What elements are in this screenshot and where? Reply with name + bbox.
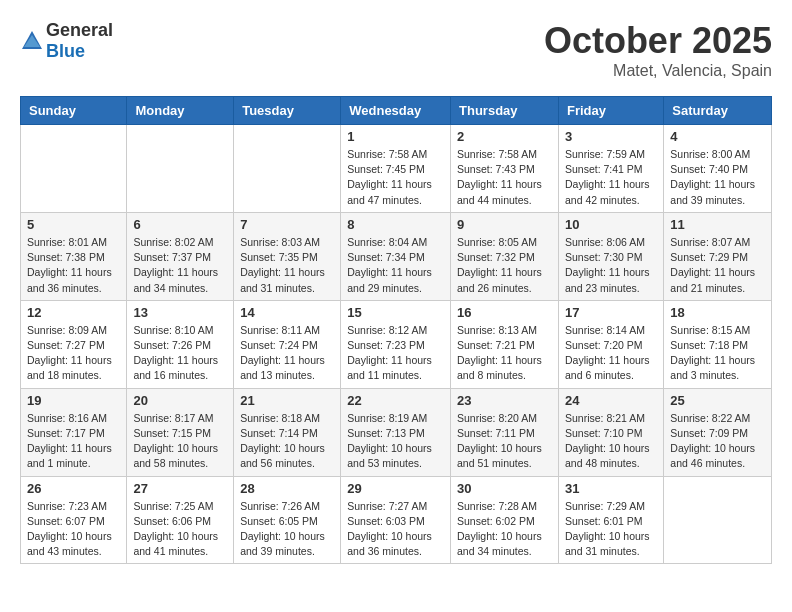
day-number: 19 xyxy=(27,393,120,408)
weekday-label: Thursday xyxy=(451,97,559,125)
logo: General Blue xyxy=(20,20,113,62)
day-number: 24 xyxy=(565,393,657,408)
day-number: 10 xyxy=(565,217,657,232)
calendar-day-cell: 17Sunrise: 8:14 AM Sunset: 7:20 PM Dayli… xyxy=(558,300,663,388)
day-number: 17 xyxy=(565,305,657,320)
day-info: Sunrise: 8:22 AM Sunset: 7:09 PM Dayligh… xyxy=(670,411,765,472)
day-info: Sunrise: 8:19 AM Sunset: 7:13 PM Dayligh… xyxy=(347,411,444,472)
day-number: 20 xyxy=(133,393,227,408)
day-number: 18 xyxy=(670,305,765,320)
calendar-day-cell: 6Sunrise: 8:02 AM Sunset: 7:37 PM Daylig… xyxy=(127,212,234,300)
calendar-day-cell: 31Sunrise: 7:29 AM Sunset: 6:01 PM Dayli… xyxy=(558,476,663,564)
day-info: Sunrise: 8:07 AM Sunset: 7:29 PM Dayligh… xyxy=(670,235,765,296)
calendar-day-cell: 29Sunrise: 7:27 AM Sunset: 6:03 PM Dayli… xyxy=(341,476,451,564)
day-info: Sunrise: 8:17 AM Sunset: 7:15 PM Dayligh… xyxy=(133,411,227,472)
day-info: Sunrise: 8:03 AM Sunset: 7:35 PM Dayligh… xyxy=(240,235,334,296)
day-info: Sunrise: 8:06 AM Sunset: 7:30 PM Dayligh… xyxy=(565,235,657,296)
day-info: Sunrise: 7:28 AM Sunset: 6:02 PM Dayligh… xyxy=(457,499,552,560)
page-header: General Blue October 2025 Matet, Valenci… xyxy=(20,20,772,80)
calendar-day-cell: 7Sunrise: 8:03 AM Sunset: 7:35 PM Daylig… xyxy=(234,212,341,300)
day-number: 14 xyxy=(240,305,334,320)
calendar-day-cell: 13Sunrise: 8:10 AM Sunset: 7:26 PM Dayli… xyxy=(127,300,234,388)
day-info: Sunrise: 8:00 AM Sunset: 7:40 PM Dayligh… xyxy=(670,147,765,208)
calendar-day-cell: 18Sunrise: 8:15 AM Sunset: 7:18 PM Dayli… xyxy=(664,300,772,388)
calendar-day-cell: 12Sunrise: 8:09 AM Sunset: 7:27 PM Dayli… xyxy=(21,300,127,388)
calendar-body: 1Sunrise: 7:58 AM Sunset: 7:45 PM Daylig… xyxy=(21,125,772,564)
day-info: Sunrise: 8:15 AM Sunset: 7:18 PM Dayligh… xyxy=(670,323,765,384)
calendar-week-row: 5Sunrise: 8:01 AM Sunset: 7:38 PM Daylig… xyxy=(21,212,772,300)
day-number: 9 xyxy=(457,217,552,232)
day-info: Sunrise: 7:23 AM Sunset: 6:07 PM Dayligh… xyxy=(27,499,120,560)
calendar-day-cell: 24Sunrise: 8:21 AM Sunset: 7:10 PM Dayli… xyxy=(558,388,663,476)
day-number: 1 xyxy=(347,129,444,144)
weekday-label: Tuesday xyxy=(234,97,341,125)
day-number: 22 xyxy=(347,393,444,408)
calendar-day-cell: 30Sunrise: 7:28 AM Sunset: 6:02 PM Dayli… xyxy=(451,476,559,564)
calendar-day-cell xyxy=(127,125,234,213)
day-info: Sunrise: 8:10 AM Sunset: 7:26 PM Dayligh… xyxy=(133,323,227,384)
calendar-day-cell: 2Sunrise: 7:58 AM Sunset: 7:43 PM Daylig… xyxy=(451,125,559,213)
day-info: Sunrise: 7:27 AM Sunset: 6:03 PM Dayligh… xyxy=(347,499,444,560)
calendar-day-cell: 26Sunrise: 7:23 AM Sunset: 6:07 PM Dayli… xyxy=(21,476,127,564)
calendar-day-cell: 25Sunrise: 8:22 AM Sunset: 7:09 PM Dayli… xyxy=(664,388,772,476)
logo-blue: Blue xyxy=(46,41,85,61)
day-number: 2 xyxy=(457,129,552,144)
day-info: Sunrise: 7:58 AM Sunset: 7:45 PM Dayligh… xyxy=(347,147,444,208)
calendar-day-cell: 23Sunrise: 8:20 AM Sunset: 7:11 PM Dayli… xyxy=(451,388,559,476)
day-info: Sunrise: 8:21 AM Sunset: 7:10 PM Dayligh… xyxy=(565,411,657,472)
day-info: Sunrise: 8:01 AM Sunset: 7:38 PM Dayligh… xyxy=(27,235,120,296)
day-number: 25 xyxy=(670,393,765,408)
day-number: 12 xyxy=(27,305,120,320)
weekday-label: Monday xyxy=(127,97,234,125)
weekday-header-row: SundayMondayTuesdayWednesdayThursdayFrid… xyxy=(21,97,772,125)
calendar-day-cell xyxy=(234,125,341,213)
calendar-table: SundayMondayTuesdayWednesdayThursdayFrid… xyxy=(20,96,772,564)
calendar-day-cell: 8Sunrise: 8:04 AM Sunset: 7:34 PM Daylig… xyxy=(341,212,451,300)
calendar-day-cell xyxy=(664,476,772,564)
calendar-day-cell: 5Sunrise: 8:01 AM Sunset: 7:38 PM Daylig… xyxy=(21,212,127,300)
day-info: Sunrise: 8:09 AM Sunset: 7:27 PM Dayligh… xyxy=(27,323,120,384)
calendar-day-cell: 11Sunrise: 8:07 AM Sunset: 7:29 PM Dayli… xyxy=(664,212,772,300)
day-number: 13 xyxy=(133,305,227,320)
day-info: Sunrise: 8:20 AM Sunset: 7:11 PM Dayligh… xyxy=(457,411,552,472)
day-info: Sunrise: 8:02 AM Sunset: 7:37 PM Dayligh… xyxy=(133,235,227,296)
day-info: Sunrise: 8:04 AM Sunset: 7:34 PM Dayligh… xyxy=(347,235,444,296)
weekday-label: Saturday xyxy=(664,97,772,125)
calendar-day-cell: 21Sunrise: 8:18 AM Sunset: 7:14 PM Dayli… xyxy=(234,388,341,476)
calendar-day-cell: 20Sunrise: 8:17 AM Sunset: 7:15 PM Dayli… xyxy=(127,388,234,476)
day-info: Sunrise: 8:18 AM Sunset: 7:14 PM Dayligh… xyxy=(240,411,334,472)
day-info: Sunrise: 8:05 AM Sunset: 7:32 PM Dayligh… xyxy=(457,235,552,296)
day-number: 16 xyxy=(457,305,552,320)
title-block: October 2025 Matet, Valencia, Spain xyxy=(544,20,772,80)
weekday-label: Wednesday xyxy=(341,97,451,125)
logo-general: General xyxy=(46,20,113,40)
calendar-day-cell: 19Sunrise: 8:16 AM Sunset: 7:17 PM Dayli… xyxy=(21,388,127,476)
calendar-week-row: 12Sunrise: 8:09 AM Sunset: 7:27 PM Dayli… xyxy=(21,300,772,388)
day-info: Sunrise: 8:11 AM Sunset: 7:24 PM Dayligh… xyxy=(240,323,334,384)
calendar-day-cell: 27Sunrise: 7:25 AM Sunset: 6:06 PM Dayli… xyxy=(127,476,234,564)
general-blue-icon xyxy=(20,29,44,53)
calendar-day-cell: 4Sunrise: 8:00 AM Sunset: 7:40 PM Daylig… xyxy=(664,125,772,213)
calendar-week-row: 19Sunrise: 8:16 AM Sunset: 7:17 PM Dayli… xyxy=(21,388,772,476)
calendar-day-cell: 28Sunrise: 7:26 AM Sunset: 6:05 PM Dayli… xyxy=(234,476,341,564)
day-info: Sunrise: 8:16 AM Sunset: 7:17 PM Dayligh… xyxy=(27,411,120,472)
calendar-day-cell: 22Sunrise: 8:19 AM Sunset: 7:13 PM Dayli… xyxy=(341,388,451,476)
month-title: October 2025 xyxy=(544,20,772,62)
day-info: Sunrise: 8:13 AM Sunset: 7:21 PM Dayligh… xyxy=(457,323,552,384)
calendar-day-cell: 1Sunrise: 7:58 AM Sunset: 7:45 PM Daylig… xyxy=(341,125,451,213)
day-number: 29 xyxy=(347,481,444,496)
day-number: 5 xyxy=(27,217,120,232)
day-info: Sunrise: 7:25 AM Sunset: 6:06 PM Dayligh… xyxy=(133,499,227,560)
day-number: 23 xyxy=(457,393,552,408)
calendar-week-row: 1Sunrise: 7:58 AM Sunset: 7:45 PM Daylig… xyxy=(21,125,772,213)
day-info: Sunrise: 8:14 AM Sunset: 7:20 PM Dayligh… xyxy=(565,323,657,384)
day-number: 11 xyxy=(670,217,765,232)
calendar-day-cell: 9Sunrise: 8:05 AM Sunset: 7:32 PM Daylig… xyxy=(451,212,559,300)
day-info: Sunrise: 7:58 AM Sunset: 7:43 PM Dayligh… xyxy=(457,147,552,208)
day-info: Sunrise: 7:26 AM Sunset: 6:05 PM Dayligh… xyxy=(240,499,334,560)
day-info: Sunrise: 8:12 AM Sunset: 7:23 PM Dayligh… xyxy=(347,323,444,384)
weekday-label: Sunday xyxy=(21,97,127,125)
day-number: 7 xyxy=(240,217,334,232)
location: Matet, Valencia, Spain xyxy=(544,62,772,80)
day-number: 26 xyxy=(27,481,120,496)
